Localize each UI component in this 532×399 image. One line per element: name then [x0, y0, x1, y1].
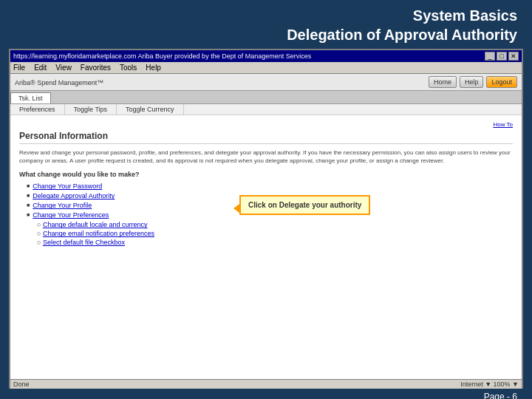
menu-help[interactable]: Help: [146, 64, 161, 72]
browser-titlebar: https://learning.myfloridamarketplace.co…: [10, 50, 522, 62]
titlebar-controls: _ □ ✕: [485, 52, 519, 61]
ariba-logo-text: Ariba® Spend Management™: [15, 79, 103, 86]
locale-link[interactable]: Change default locale and currency: [43, 221, 148, 228]
page-number: Page - 6: [484, 392, 517, 399]
menu-file[interactable]: File: [13, 64, 25, 72]
suboption-email: Change email notification preferences: [37, 230, 513, 237]
ariba-tabs: Tsk. List: [10, 91, 522, 104]
sub-options-list: Change default locale and currency Chang…: [19, 221, 513, 246]
email-link[interactable]: Change email notification preferences: [43, 230, 154, 237]
change-preferences-link[interactable]: Change Your Preferences: [33, 211, 109, 219]
question-label: What change would you like to make?: [19, 171, 513, 178]
logout-button[interactable]: Logout: [486, 76, 517, 88]
tab-toggle-tips[interactable]: Toggle Tips: [65, 104, 117, 115]
option-change-password: Change Your Password: [27, 183, 513, 190]
statusbar-right: Internet ▼ 100% ▼: [460, 381, 519, 388]
callout-box: Click on Delegate your authority: [239, 195, 370, 215]
callout-arrow: [233, 204, 239, 213]
home-button[interactable]: Home: [429, 76, 457, 88]
menu-favorites[interactable]: Favorites: [81, 64, 111, 72]
delegate-authority-link[interactable]: Delegate Approval Authority: [33, 192, 115, 200]
statusbar-left: Done: [13, 381, 30, 388]
tab-preferences[interactable]: Preferences: [10, 104, 65, 115]
minimize-btn[interactable]: _: [485, 52, 495, 61]
help-button[interactable]: Help: [460, 76, 484, 88]
ariba-topbar: Ariba® Spend Management™ Home Help Logou…: [10, 74, 522, 91]
suboption-locale: Change default locale and currency: [37, 221, 513, 228]
menu-tools[interactable]: Tools: [120, 64, 137, 72]
change-profile-link[interactable]: Change Your Profile: [33, 202, 92, 209]
callout-text: Click on Delegate your authority: [248, 201, 361, 209]
content-description: Review and change your personal password…: [19, 149, 513, 165]
close-btn[interactable]: ✕: [508, 52, 519, 61]
tab-toggle-currency[interactable]: Toggle Currency: [117, 104, 184, 115]
ariba-logo: Ariba® Spend Management™: [15, 78, 103, 86]
slide-header: System Basics Delegation of Approval Aut…: [0, 0, 532, 49]
ariba-secondary-tabs: Preferences Toggle Tips Toggle Currency: [10, 104, 522, 115]
browser-window: https://learning.myfloridamarketplace.co…: [9, 49, 523, 389]
tab-tasklist[interactable]: Tsk. List: [10, 92, 51, 103]
title-line2: Delegation of Approval Authority: [287, 27, 517, 43]
ariba-nav-buttons: Home Help Logout: [429, 76, 517, 88]
browser-url: https://learning.myfloridamarketplace.co…: [13, 52, 311, 60]
change-password-link[interactable]: Change Your Password: [33, 183, 102, 190]
browser-menubar: File Edit View Favorites Tools Help: [10, 62, 522, 74]
how-to-link[interactable]: How To: [19, 121, 513, 128]
ariba-content: How To Personal Information Review and c…: [10, 115, 522, 379]
suboption-default-file: Select default file Checkbox: [37, 239, 513, 246]
slide-footer: Page - 6: [0, 389, 532, 399]
default-file-link[interactable]: Select default file Checkbox: [43, 239, 125, 246]
ariba-app: Ariba® Spend Management™ Home Help Logou…: [10, 74, 522, 389]
title-line1: System Basics: [413, 7, 517, 24]
menu-view[interactable]: View: [55, 64, 72, 72]
browser-statusbar: Done Internet ▼ 100% ▼: [10, 379, 522, 389]
content-title: Personal Information: [19, 131, 513, 144]
maximize-btn[interactable]: □: [497, 52, 507, 61]
slide-title: System Basics Delegation of Approval Aut…: [15, 6, 517, 44]
menu-edit[interactable]: Edit: [34, 64, 47, 72]
